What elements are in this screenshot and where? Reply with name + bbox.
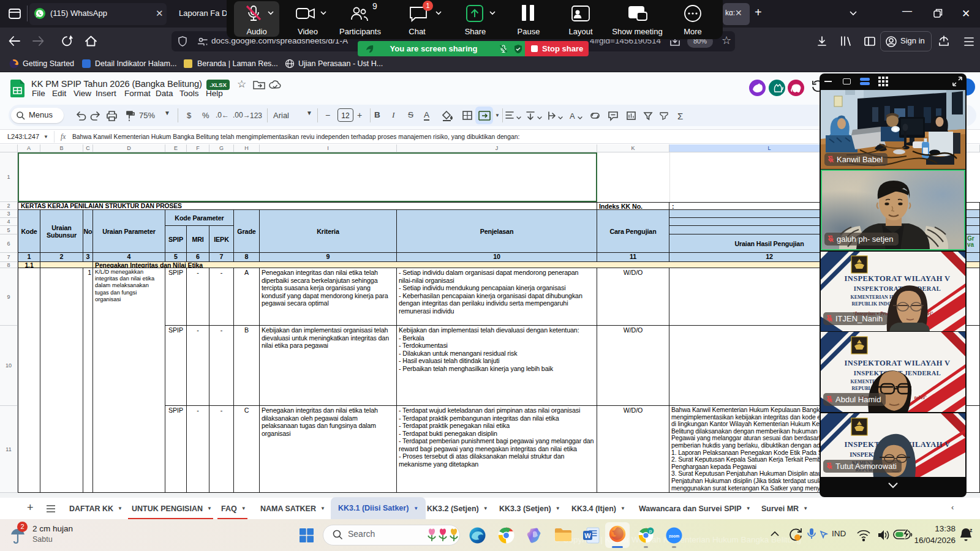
svg-text:INSPEKTORAT WILAYAH V: INSPEKTORAT WILAYAH V: [844, 274, 950, 283]
svg-text:z: z: [970, 527, 973, 533]
svg-text:zoom: zoom: [669, 534, 679, 538]
svg-text:Σ: Σ: [677, 111, 683, 121]
svg-text:p: p: [649, 528, 652, 534]
svg-text:W: W: [584, 532, 591, 539]
svg-text:A: A: [570, 111, 575, 121]
svg-text:INSPEKTORAT WILAYAH V: INSPEKTORAT WILAYAH V: [844, 359, 950, 367]
